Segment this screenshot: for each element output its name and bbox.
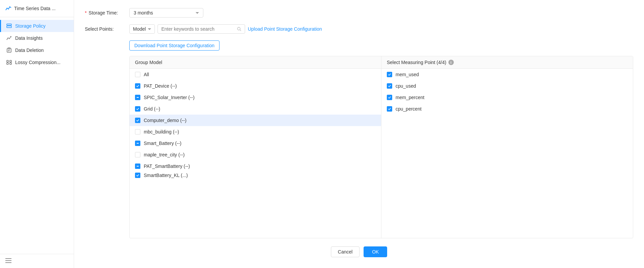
info-icon[interactable]: i: [448, 60, 454, 65]
upload-link[interactable]: Upload Point Storage Configuration: [248, 26, 322, 32]
checkbox-computer-demo[interactable]: [135, 118, 140, 123]
measuring-point-body: mem_used cpu_used mem_percen: [381, 69, 633, 238]
table-row[interactable]: mem_used: [381, 69, 633, 80]
model-dropdown[interactable]: Model: [129, 24, 155, 34]
sidebar-item-storage-policy[interactable]: Storage Policy: [0, 20, 74, 32]
chevron-down-icon: [196, 12, 199, 14]
table-row[interactable]: mbc_building (--): [130, 126, 381, 138]
group-model-body: All PAT_Device (--) SPIC_Sol: [130, 69, 381, 238]
checkbox-mbc-building[interactable]: [135, 129, 140, 135]
measuring-point-header: Select Measuring Point (4/4) i: [381, 56, 633, 69]
table-row[interactable]: SmartBattery_KL (...): [130, 172, 381, 179]
main-content: * Storage Time: 3 months Select Points: …: [74, 0, 644, 268]
svg-point-14: [238, 27, 240, 30]
checkbox-pat-smart-battery[interactable]: [135, 163, 140, 169]
download-btn[interactable]: Download Point Storage Configuration: [129, 40, 219, 51]
row-label: mem_percent: [396, 95, 425, 100]
row-label: SmartBattery_KL (...): [144, 173, 188, 178]
table-row[interactable]: Computer_demo (--): [130, 115, 381, 126]
checkbox-pat-device[interactable]: [135, 83, 140, 89]
svg-rect-7: [7, 60, 8, 62]
search-input-wrapper: [158, 24, 245, 34]
checkbox-mem-percent[interactable]: [387, 95, 392, 100]
data-deletion-icon: [6, 48, 12, 53]
checkbox-smart-battery[interactable]: [135, 141, 140, 146]
menu-icon: [5, 258, 11, 263]
svg-rect-1: [7, 26, 11, 28]
row-label: Grid (--): [144, 106, 160, 112]
app-logo: Time Series Data ...: [0, 0, 74, 17]
sidebar-nav: Storage Policy Data Insights Data Deleti…: [0, 17, 74, 254]
table-row[interactable]: Grid (--): [130, 103, 381, 115]
table-row[interactable]: PAT_SmartBattery (--): [130, 160, 381, 172]
checkbox-smart-battery-kl[interactable]: [135, 173, 140, 178]
checkbox-spic-solar[interactable]: [135, 95, 140, 100]
checkbox-mem-used[interactable]: [387, 72, 392, 77]
storage-time-value: 3 months: [134, 10, 153, 16]
svg-rect-3: [7, 49, 11, 52]
select-points-label: Select Points:: [85, 24, 125, 32]
checkbox-all[interactable]: [135, 72, 140, 77]
group-model-panel: Group Model All PAT_Device (--): [130, 56, 381, 238]
row-label: All: [144, 72, 149, 77]
select-points-controls: Model Upload Point Storage Configuration: [129, 24, 322, 34]
checkbox-grid[interactable]: [135, 106, 140, 112]
select-points-row: Select Points: Model Upload Point Storag…: [85, 24, 633, 34]
row-label: PAT_SmartBattery (--): [144, 163, 190, 169]
svg-line-15: [240, 30, 241, 31]
group-model-title: Group Model: [135, 60, 162, 65]
data-insights-icon: [6, 35, 12, 41]
svg-rect-10: [10, 63, 11, 64]
sidebar: Time Series Data ... Storage Policy Data…: [0, 0, 74, 268]
checkbox-cpu-percent[interactable]: [387, 106, 392, 112]
sidebar-label-data-deletion: Data Deletion: [15, 48, 44, 53]
sidebar-label-storage-policy: Storage Policy: [15, 23, 45, 29]
lossy-compression-icon: [6, 60, 12, 65]
storage-policy-icon: [6, 23, 12, 29]
svg-rect-9: [7, 63, 8, 64]
svg-rect-8: [10, 60, 11, 62]
group-model-header: Group Model: [130, 56, 381, 69]
model-chevron-icon: [148, 28, 151, 30]
table-row[interactable]: cpu_percent: [381, 103, 633, 115]
table-row[interactable]: Smart_Battery (--): [130, 138, 381, 149]
storage-time-row: * Storage Time: 3 months: [85, 8, 633, 18]
row-label: Smart_Battery (--): [144, 141, 181, 146]
table-row[interactable]: maple_tree_city (--): [130, 149, 381, 160]
row-label: cpu_percent: [396, 106, 421, 112]
sidebar-item-lossy-compression[interactable]: Lossy Compression...: [0, 56, 74, 68]
model-dropdown-value: Model: [133, 26, 146, 32]
checkbox-cpu-used[interactable]: [387, 83, 392, 89]
table-row[interactable]: mem_percent: [381, 92, 633, 103]
table-row[interactable]: PAT_Device (--): [130, 80, 381, 92]
row-label: maple_tree_city (--): [144, 152, 184, 157]
row-label: SPIC_Solar_Inverter (--): [144, 95, 195, 100]
checkbox-maple-tree[interactable]: [135, 152, 140, 157]
storage-time-select[interactable]: 3 months: [129, 8, 203, 18]
row-label: mem_used: [396, 72, 419, 77]
search-icon: [237, 27, 241, 31]
download-btn-row: Download Point Storage Configuration: [129, 40, 633, 51]
svg-rect-0: [7, 24, 11, 25]
footer-buttons: Cancel OK: [85, 246, 633, 260]
sidebar-item-data-deletion[interactable]: Data Deletion: [0, 44, 74, 56]
row-label: Computer_demo (--): [144, 118, 187, 123]
cancel-button[interactable]: Cancel: [331, 246, 360, 257]
table-row[interactable]: cpu_used: [381, 80, 633, 92]
required-star: *: [85, 10, 87, 16]
row-label: PAT_Device (--): [144, 83, 177, 89]
row-label: cpu_used: [396, 83, 416, 89]
search-input[interactable]: [161, 26, 234, 32]
app-title: Time Series Data ...: [14, 6, 56, 11]
timeseries-icon: [5, 5, 11, 11]
table-row[interactable]: All: [130, 69, 381, 80]
storage-time-label: * Storage Time:: [85, 8, 125, 16]
sidebar-item-data-insights[interactable]: Data Insights: [0, 32, 74, 44]
table-row[interactable]: SPIC_Solar_Inverter (--): [130, 92, 381, 103]
points-table-container: Group Model All PAT_Device (--): [129, 56, 633, 238]
ok-button[interactable]: OK: [364, 246, 387, 257]
measuring-point-panel: Select Measuring Point (4/4) i mem_used: [381, 56, 633, 238]
row-label: mbc_building (--): [144, 129, 179, 135]
sidebar-label-data-insights: Data Insights: [15, 35, 43, 41]
sidebar-footer-toggle[interactable]: [0, 254, 74, 268]
